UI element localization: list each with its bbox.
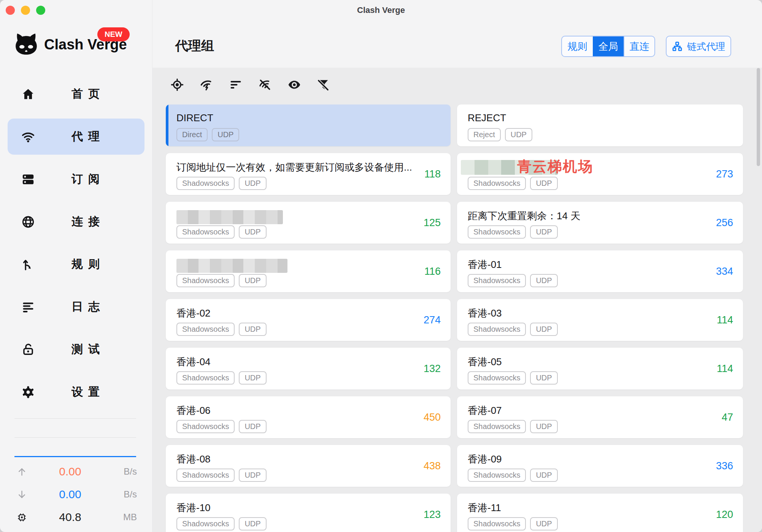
traffic-stat-unit: B/s xyxy=(113,466,137,477)
sidebar-item-代理[interactable]: 代理 xyxy=(8,119,144,155)
proxy-type-tag: UDP xyxy=(530,274,557,287)
proxy-card-reject[interactable]: REJECTRejectUDP xyxy=(457,104,743,146)
proxy-type-tag: Shadowsocks xyxy=(176,225,235,239)
sidebar-item-订阅[interactable]: 订阅 xyxy=(8,161,144,197)
proxy-tags: ShadowsocksUDP xyxy=(176,517,267,530)
proxy-card-hk-08[interactable]: 香港-08ShadowsocksUDP438 xyxy=(166,445,451,487)
proxy-name: 香港-03 xyxy=(468,307,703,320)
locate-icon xyxy=(170,87,184,93)
proxy-type-tag: UDP xyxy=(530,323,557,336)
latency-value: 256 xyxy=(716,217,733,229)
proxy-card-hk-09[interactable]: 香港-09ShadowsocksUDP336 xyxy=(457,445,743,487)
proxy-type-tag: UDP xyxy=(239,177,266,190)
proxy-card-hk-02[interactable]: 香港-02ShadowsocksUDP274 xyxy=(166,299,451,341)
sidebar-divider xyxy=(14,418,136,419)
cat-logo-icon xyxy=(14,32,39,57)
proxy-card-hk-04[interactable]: 香港-04ShadowsocksUDP132 xyxy=(166,348,451,390)
traffic-stat-value: 0.00 xyxy=(27,488,113,501)
filter-off-button[interactable] xyxy=(315,76,332,93)
eye-icon xyxy=(287,87,301,93)
proxy-tags: ShadowsocksUDP xyxy=(468,469,558,482)
mode-tab-规则[interactable]: 规则 xyxy=(562,36,593,56)
locate-button[interactable] xyxy=(169,76,186,93)
proxy-type-tag: Shadowsocks xyxy=(468,225,526,239)
proxy-type-tag: UDP xyxy=(239,517,266,530)
proxy-card-direct[interactable]: DIRECTDirectUDP xyxy=(166,104,451,146)
proxy-card-reset-days[interactable]: 距离下次重置剩余：14 天ShadowsocksUDP256 xyxy=(457,202,743,244)
proxy-card-hk-10[interactable]: 香港-10ShadowsocksUDP123 xyxy=(166,494,451,532)
proxy-card-sub-note[interactable]: 订阅地址仅一次有效，如需要更新订阅或多设备使用...ShadowsocksUDP… xyxy=(166,153,451,195)
proxy-mode-switch: 规则全局直连 xyxy=(561,36,655,57)
app-window: Clash Verge Clash Verge NEW 首页代理订阅连接规则日志… xyxy=(0,0,762,532)
proxy-type-tag: Shadowsocks xyxy=(468,177,526,190)
proxy-tags: RejectUDP xyxy=(468,128,532,141)
proxy-card-hk-06[interactable]: 香港-06ShadowsocksUDP450 xyxy=(166,396,451,438)
proxy-name: 香港-11 xyxy=(468,501,703,515)
rules-fork-icon xyxy=(21,258,35,271)
latency-value: 274 xyxy=(424,314,441,326)
mode-tab-直连[interactable]: 直连 xyxy=(624,36,654,56)
proxy-type-tag: Direct xyxy=(176,128,208,141)
sidebar-item-label: 测试 xyxy=(71,342,105,357)
proxy-tags: ShadowsocksUDP xyxy=(468,323,558,336)
sidebar-item-首页[interactable]: 首页 xyxy=(8,76,144,112)
latency-value: 118 xyxy=(424,168,441,180)
sidebar-item-label: 设置 xyxy=(71,384,105,400)
scrollbar-thumb[interactable] xyxy=(757,68,760,166)
cpu-icon xyxy=(17,512,27,522)
arrow-up-icon xyxy=(17,467,27,477)
proxy-name: DIRECT xyxy=(176,112,412,124)
mode-tab-全局[interactable]: 全局 xyxy=(593,36,624,56)
proxy-grid: DIRECTDirectUDPREJECTRejectUDP订阅地址仅一次有效，… xyxy=(166,104,743,532)
proxy-card-redacted-2[interactable]: ShadowsocksUDP116 xyxy=(166,250,451,292)
sort-button[interactable] xyxy=(227,76,244,93)
latency-value: 273 xyxy=(716,168,733,180)
proxy-tags: ShadowsocksUDP xyxy=(176,420,267,433)
proxy-card-hk-05[interactable]: 香港-05ShadowsocksUDP114 xyxy=(457,348,743,390)
proxy-name: 香港-06 xyxy=(176,404,412,417)
proxy-card-hk-01[interactable]: 香港-01ShadowsocksUDP334 xyxy=(457,250,743,292)
sidebar-item-label: 首页 xyxy=(71,86,105,102)
proxy-card-hk-07[interactable]: 香港-07ShadowsocksUDP47 xyxy=(457,396,743,438)
proxy-card-hk-03[interactable]: 香港-03ShadowsocksUDP114 xyxy=(457,299,743,341)
sidebar-item-日志[interactable]: 日志 xyxy=(8,289,144,325)
latency-value: 334 xyxy=(716,266,733,277)
eye-button[interactable] xyxy=(286,76,303,93)
sidebar-item-设置[interactable]: 设置 xyxy=(8,374,144,410)
proxy-name: 香港-05 xyxy=(468,355,703,369)
traffic-stat-unit: B/s xyxy=(113,489,137,500)
arrow-down-icon xyxy=(17,489,27,500)
speed-test-button[interactable] xyxy=(198,76,215,93)
sidebar-item-规则[interactable]: 规则 xyxy=(8,246,144,282)
proxy-type-tag: UDP xyxy=(239,274,266,287)
sidebar-item-label: 日志 xyxy=(71,299,105,315)
proxy-name: 香港-08 xyxy=(176,453,412,466)
proxy-name: 香港-04 xyxy=(176,355,412,369)
proxy-card-redacted-1[interactable]: ShadowsocksUDP125 xyxy=(166,202,451,244)
sidebar-item-label: 订阅 xyxy=(71,171,105,187)
globe-icon xyxy=(21,215,35,229)
proxy-tags: DirectUDP xyxy=(176,128,239,141)
proxy-name: 订阅地址仅一次有效，如需要更新订阅或多设备使用... xyxy=(176,161,412,174)
proxy-type-tag: UDP xyxy=(239,323,266,336)
subscription-icon xyxy=(21,173,35,186)
proxy-tags: ShadowsocksUDP xyxy=(176,274,267,287)
page-title: 代理组 xyxy=(175,37,214,55)
proxy-type-tag: UDP xyxy=(530,371,557,385)
sidebar-item-测试[interactable]: 测试 xyxy=(8,331,144,367)
traffic-stat-unit: MB xyxy=(113,512,137,522)
proxy-card-hk-11[interactable]: 香港-11ShadowsocksUDP120 xyxy=(457,494,743,532)
redacted-proxy-name xyxy=(176,259,287,273)
new-badge: NEW xyxy=(97,27,130,41)
redacted-proxy-name xyxy=(176,210,283,224)
latency-value: 450 xyxy=(424,412,441,423)
traffic-stat-value: 40.8 xyxy=(27,511,113,524)
sidebar-item-连接[interactable]: 连接 xyxy=(8,204,144,240)
proxy-type-tag: UDP xyxy=(239,225,266,239)
chain-proxy-button[interactable]: 链式代理 xyxy=(666,36,731,57)
wifi-off-button[interactable] xyxy=(257,76,273,93)
latency-value: 336 xyxy=(716,460,733,472)
proxy-card-qingyunti[interactable]: 青云梯机场ShadowsocksUDP273 xyxy=(457,153,743,195)
latency-value: 47 xyxy=(722,412,733,423)
traffic-stat-value: 0.00 xyxy=(27,465,113,478)
